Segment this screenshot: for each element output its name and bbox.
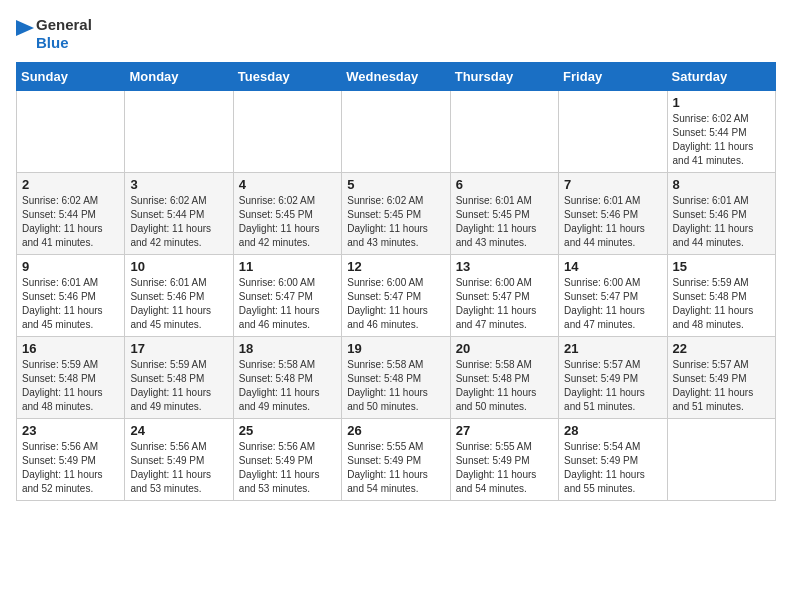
calendar-cell [559,91,667,173]
logo-general-text: General [36,16,92,34]
weekday-header-monday: Monday [125,63,233,91]
day-info: Sunrise: 6:02 AM Sunset: 5:45 PM Dayligh… [347,194,444,250]
day-number: 1 [673,95,770,110]
day-info: Sunrise: 6:02 AM Sunset: 5:44 PM Dayligh… [22,194,119,250]
day-number: 18 [239,341,336,356]
svg-marker-0 [16,20,34,36]
logo-container: General Blue [16,16,92,52]
weekday-header-wednesday: Wednesday [342,63,450,91]
day-info: Sunrise: 5:55 AM Sunset: 5:49 PM Dayligh… [456,440,553,496]
day-info: Sunrise: 6:00 AM Sunset: 5:47 PM Dayligh… [456,276,553,332]
day-number: 19 [347,341,444,356]
day-number: 26 [347,423,444,438]
calendar-cell: 15Sunrise: 5:59 AM Sunset: 5:48 PM Dayli… [667,255,775,337]
page-header: General Blue [16,16,776,52]
day-info: Sunrise: 5:57 AM Sunset: 5:49 PM Dayligh… [564,358,661,414]
calendar-cell: 20Sunrise: 5:58 AM Sunset: 5:48 PM Dayli… [450,337,558,419]
day-number: 9 [22,259,119,274]
calendar-cell: 13Sunrise: 6:00 AM Sunset: 5:47 PM Dayli… [450,255,558,337]
calendar-cell: 11Sunrise: 6:00 AM Sunset: 5:47 PM Dayli… [233,255,341,337]
day-number: 12 [347,259,444,274]
day-info: Sunrise: 6:00 AM Sunset: 5:47 PM Dayligh… [239,276,336,332]
calendar-cell [125,91,233,173]
calendar-cell: 19Sunrise: 5:58 AM Sunset: 5:48 PM Dayli… [342,337,450,419]
day-info: Sunrise: 5:58 AM Sunset: 5:48 PM Dayligh… [239,358,336,414]
calendar-cell: 27Sunrise: 5:55 AM Sunset: 5:49 PM Dayli… [450,419,558,501]
day-info: Sunrise: 5:56 AM Sunset: 5:49 PM Dayligh… [22,440,119,496]
calendar-week-row: 2Sunrise: 6:02 AM Sunset: 5:44 PM Daylig… [17,173,776,255]
calendar-cell: 24Sunrise: 5:56 AM Sunset: 5:49 PM Dayli… [125,419,233,501]
day-number: 20 [456,341,553,356]
day-info: Sunrise: 6:01 AM Sunset: 5:46 PM Dayligh… [673,194,770,250]
day-number: 16 [22,341,119,356]
calendar-week-row: 23Sunrise: 5:56 AM Sunset: 5:49 PM Dayli… [17,419,776,501]
day-info: Sunrise: 5:58 AM Sunset: 5:48 PM Dayligh… [456,358,553,414]
day-info: Sunrise: 6:01 AM Sunset: 5:46 PM Dayligh… [22,276,119,332]
day-number: 22 [673,341,770,356]
calendar-cell [342,91,450,173]
calendar-week-row: 1Sunrise: 6:02 AM Sunset: 5:44 PM Daylig… [17,91,776,173]
day-number: 5 [347,177,444,192]
calendar-cell [450,91,558,173]
calendar-cell: 9Sunrise: 6:01 AM Sunset: 5:46 PM Daylig… [17,255,125,337]
day-info: Sunrise: 5:59 AM Sunset: 5:48 PM Dayligh… [22,358,119,414]
day-info: Sunrise: 6:01 AM Sunset: 5:46 PM Dayligh… [130,276,227,332]
day-number: 24 [130,423,227,438]
day-number: 15 [673,259,770,274]
weekday-header-row: SundayMondayTuesdayWednesdayThursdayFrid… [17,63,776,91]
calendar-cell: 18Sunrise: 5:58 AM Sunset: 5:48 PM Dayli… [233,337,341,419]
calendar-cell: 14Sunrise: 6:00 AM Sunset: 5:47 PM Dayli… [559,255,667,337]
day-number: 3 [130,177,227,192]
calendar-cell [667,419,775,501]
day-info: Sunrise: 5:58 AM Sunset: 5:48 PM Dayligh… [347,358,444,414]
logo-blue-text: Blue [36,34,92,52]
day-number: 25 [239,423,336,438]
logo-flag-icon [16,20,34,48]
calendar-week-row: 9Sunrise: 6:01 AM Sunset: 5:46 PM Daylig… [17,255,776,337]
calendar-cell: 26Sunrise: 5:55 AM Sunset: 5:49 PM Dayli… [342,419,450,501]
calendar-cell: 25Sunrise: 5:56 AM Sunset: 5:49 PM Dayli… [233,419,341,501]
weekday-header-tuesday: Tuesday [233,63,341,91]
calendar-cell: 2Sunrise: 6:02 AM Sunset: 5:44 PM Daylig… [17,173,125,255]
day-number: 6 [456,177,553,192]
calendar-cell: 21Sunrise: 5:57 AM Sunset: 5:49 PM Dayli… [559,337,667,419]
day-info: Sunrise: 5:56 AM Sunset: 5:49 PM Dayligh… [239,440,336,496]
logo: General Blue [16,16,92,52]
day-info: Sunrise: 6:00 AM Sunset: 5:47 PM Dayligh… [564,276,661,332]
day-info: Sunrise: 5:57 AM Sunset: 5:49 PM Dayligh… [673,358,770,414]
day-number: 7 [564,177,661,192]
day-number: 10 [130,259,227,274]
calendar-cell: 12Sunrise: 6:00 AM Sunset: 5:47 PM Dayli… [342,255,450,337]
day-number: 28 [564,423,661,438]
weekday-header-saturday: Saturday [667,63,775,91]
day-number: 17 [130,341,227,356]
weekday-header-friday: Friday [559,63,667,91]
day-number: 11 [239,259,336,274]
day-info: Sunrise: 5:54 AM Sunset: 5:49 PM Dayligh… [564,440,661,496]
calendar-cell: 1Sunrise: 6:02 AM Sunset: 5:44 PM Daylig… [667,91,775,173]
weekday-header-sunday: Sunday [17,63,125,91]
day-number: 14 [564,259,661,274]
calendar-cell: 8Sunrise: 6:01 AM Sunset: 5:46 PM Daylig… [667,173,775,255]
day-info: Sunrise: 5:59 AM Sunset: 5:48 PM Dayligh… [130,358,227,414]
day-info: Sunrise: 5:59 AM Sunset: 5:48 PM Dayligh… [673,276,770,332]
day-number: 27 [456,423,553,438]
calendar-cell: 5Sunrise: 6:02 AM Sunset: 5:45 PM Daylig… [342,173,450,255]
day-number: 13 [456,259,553,274]
day-number: 21 [564,341,661,356]
calendar-cell: 17Sunrise: 5:59 AM Sunset: 5:48 PM Dayli… [125,337,233,419]
calendar-cell: 22Sunrise: 5:57 AM Sunset: 5:49 PM Dayli… [667,337,775,419]
day-info: Sunrise: 5:56 AM Sunset: 5:49 PM Dayligh… [130,440,227,496]
day-info: Sunrise: 6:02 AM Sunset: 5:44 PM Dayligh… [673,112,770,168]
calendar-cell [233,91,341,173]
weekday-header-thursday: Thursday [450,63,558,91]
day-number: 4 [239,177,336,192]
calendar-cell: 6Sunrise: 6:01 AM Sunset: 5:45 PM Daylig… [450,173,558,255]
day-info: Sunrise: 6:00 AM Sunset: 5:47 PM Dayligh… [347,276,444,332]
calendar-cell: 28Sunrise: 5:54 AM Sunset: 5:49 PM Dayli… [559,419,667,501]
day-info: Sunrise: 6:02 AM Sunset: 5:45 PM Dayligh… [239,194,336,250]
calendar-cell: 16Sunrise: 5:59 AM Sunset: 5:48 PM Dayli… [17,337,125,419]
calendar-cell: 4Sunrise: 6:02 AM Sunset: 5:45 PM Daylig… [233,173,341,255]
calendar-table: SundayMondayTuesdayWednesdayThursdayFrid… [16,62,776,501]
day-info: Sunrise: 6:01 AM Sunset: 5:45 PM Dayligh… [456,194,553,250]
